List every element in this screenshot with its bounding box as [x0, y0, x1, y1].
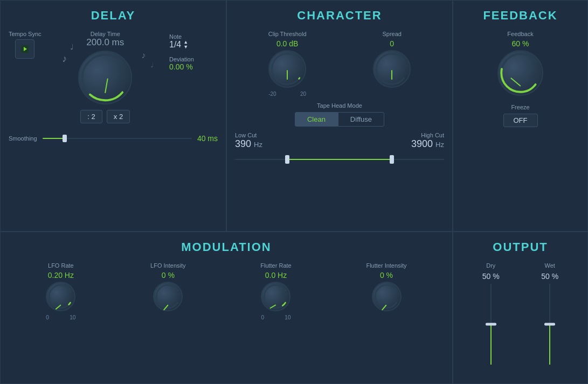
tape-head-label: Tape Head Mode — [235, 102, 444, 109]
flutter-rate-scale-high: 10 — [285, 315, 290, 320]
freeze-label: Freeze — [511, 104, 529, 110]
high-cut-thumb[interactable] — [390, 155, 394, 164]
clip-threshold-knob[interactable] — [268, 50, 306, 88]
modulation-panel: MODULATION LFO Rate 0.20 Hz 0 10 — [0, 232, 453, 384]
delay-time-label: Delay Time — [91, 31, 120, 37]
dry-thumb[interactable] — [486, 323, 496, 326]
divide-btns-row: : 2 x 2 — [80, 110, 130, 123]
feedback-panel: FEEDBACK Feedback 60 % Freeze OFF — [453, 0, 588, 232]
low-cut-value: 390 — [235, 138, 251, 149]
note-spinner[interactable]: ▲ ▼ — [183, 40, 188, 50]
lfo-rate-knob[interactable] — [46, 282, 75, 311]
feedback-label: Feedback — [507, 31, 533, 37]
output-title: OUTPUT — [461, 240, 579, 254]
flutter-rate-value: 0.0 Hz — [265, 271, 287, 280]
clip-scale: -20 20 — [268, 91, 306, 97]
lfo-rate-scale-low: 0 — [46, 315, 49, 320]
lfo-rate-scale: 0 10 — [46, 315, 75, 320]
spread-value: 0 — [390, 39, 394, 48]
low-cut-label: Low Cut — [235, 132, 257, 138]
modulation-title: MODULATION — [9, 240, 444, 254]
feedback-knob-group: Feedback 60 % — [461, 31, 579, 96]
flutter-rate-scale-low: 0 — [261, 315, 264, 320]
low-cut-group: Low Cut 390 Hz — [235, 132, 262, 150]
wet-label: Wet — [545, 262, 555, 269]
smoothing-label: Smoothing — [9, 135, 37, 142]
low-cut-thumb[interactable] — [285, 155, 289, 164]
clip-scale-low: -20 — [268, 91, 276, 97]
wet-slider[interactable] — [544, 284, 555, 365]
lfo-intensity-label: LFO Intensity — [150, 262, 185, 269]
divide-half-button[interactable]: : 2 — [80, 110, 102, 123]
note-icon-2: ♩ — [70, 43, 74, 51]
tape-diffuse-button[interactable]: Diffuse — [338, 112, 384, 127]
lfo-intensity-group: LFO Intensity 0 % — [150, 262, 185, 315]
wet-slider-group: Wet 50 % — [541, 262, 558, 365]
dry-label: Dry — [486, 262, 495, 269]
flutter-intensity-label: Flutter Intensity — [366, 262, 406, 269]
flutter-intensity-value: 0 % — [380, 271, 393, 280]
modulation-knobs-row: LFO Rate 0.20 Hz 0 10 LFO Intensity 0 % — [9, 262, 444, 320]
dry-slider[interactable] — [486, 284, 496, 365]
lfo-rate-label: LFO Rate — [48, 262, 74, 269]
smoothing-slider[interactable] — [43, 138, 192, 139]
tempo-sync-button[interactable] — [15, 39, 34, 59]
clip-threshold-label: Clip Threshold — [268, 31, 307, 37]
delay-title: DELAY — [9, 9, 218, 23]
deviation-value: 0.00 % — [169, 62, 194, 71]
lfo-rate-value: 0.20 Hz — [48, 271, 74, 280]
dry-slider-group: Dry 50 % — [482, 262, 500, 365]
delay-main-knob[interactable] — [78, 51, 132, 104]
freeze-section: Freeze OFF — [461, 104, 579, 127]
high-cut-label: High Cut — [421, 132, 444, 138]
tempo-sync-label: Tempo Sync — [9, 31, 41, 37]
feedback-knob[interactable] — [497, 50, 543, 96]
smoothing-value: 40 ms — [197, 134, 218, 143]
character-panel: CHARACTER Clip Threshold 0.0 dB -20 20 — [226, 0, 453, 232]
output-panel: OUTPUT Dry 50 % Wet 50 % — [453, 232, 588, 384]
output-sliders-row: Dry 50 % Wet 50 % — [461, 262, 579, 365]
clip-threshold-group: Clip Threshold 0.0 dB -20 20 — [268, 31, 307, 97]
character-knobs-row: Clip Threshold 0.0 dB -20 20 Spread 0 — [235, 31, 444, 97]
flutter-rate-group: Flutter Rate 0.0 Hz 0 10 — [260, 262, 291, 320]
character-title: CHARACTER — [235, 9, 444, 23]
spread-group: Spread 0 — [373, 31, 411, 97]
note-value: 1/4 — [169, 40, 181, 50]
flutter-rate-label: Flutter Rate — [260, 262, 291, 269]
spread-label: Spread — [382, 31, 401, 37]
flutter-rate-scale: 0 10 — [261, 315, 290, 320]
spread-knob[interactable] — [373, 50, 411, 88]
flutter-intensity-group: Flutter Intensity 0 % — [366, 262, 406, 315]
feedback-value: 60 % — [512, 39, 529, 48]
freq-labels-row: Low Cut 390 Hz High Cut 3900 Hz — [235, 132, 444, 150]
tempo-sync-section: Tempo Sync — [9, 31, 41, 59]
feedback-title: FEEDBACK — [461, 9, 579, 23]
deviation-label: Deviation — [169, 56, 194, 62]
high-cut-unit: Hz — [435, 141, 444, 149]
tape-head-section: Tape Head Mode Clean Diffuse — [235, 102, 444, 127]
lfo-intensity-value: 0 % — [162, 271, 175, 280]
flutter-rate-knob[interactable] — [261, 282, 290, 311]
deviation-section: Deviation 0.00 % — [169, 56, 194, 71]
lfo-intensity-knob[interactable] — [153, 282, 183, 311]
lfo-rate-scale-high: 10 — [70, 315, 75, 320]
delay-panel: DELAY Tempo Sync Delay Time 200.0 ms — [0, 0, 226, 232]
freq-section: Low Cut 390 Hz High Cut 3900 Hz — [235, 132, 444, 165]
wet-thumb[interactable] — [544, 323, 555, 326]
low-cut-unit: Hz — [254, 141, 262, 149]
flutter-intensity-knob[interactable] — [372, 282, 402, 311]
note-down-arrow[interactable]: ▼ — [183, 45, 188, 50]
freeze-button[interactable]: OFF — [503, 114, 538, 127]
tape-head-buttons: Clean Diffuse — [235, 112, 444, 127]
note-icon-1: ♪ — [62, 53, 67, 65]
note-section: Note 1/4 ▲ ▼ — [169, 33, 188, 50]
clip-scale-high: 20 — [300, 91, 306, 97]
smoothing-row: Smoothing 40 ms — [9, 134, 218, 143]
clip-threshold-value: 0.0 dB — [276, 39, 298, 48]
delay-time-value: 200.0 ms — [86, 37, 124, 48]
high-cut-group: High Cut 3900 Hz — [411, 132, 444, 150]
freq-slider[interactable] — [235, 154, 444, 165]
multiply-two-button[interactable]: x 2 — [107, 110, 130, 123]
dry-value: 50 % — [482, 272, 500, 281]
tape-clean-button[interactable]: Clean — [295, 112, 338, 127]
